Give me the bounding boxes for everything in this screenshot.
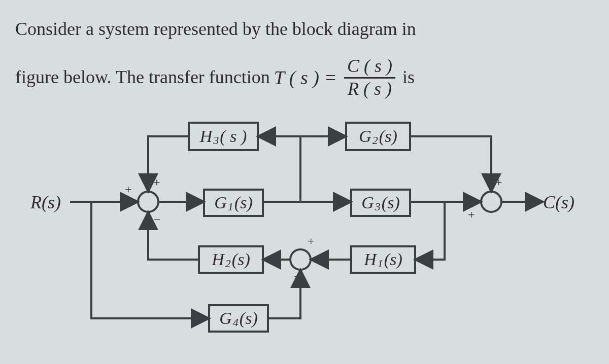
prompt-line-2-post: is (402, 63, 415, 92)
page: Consider a system represented by the blo… (0, 0, 609, 364)
equation-lhs: T ( s ) = (274, 63, 337, 93)
block-diagram: R(s) C(s) + + − + + + + H3( s ) G2(s) G1… (30, 117, 579, 350)
prompt-line-1: Consider a system represented by the blo… (15, 15, 594, 44)
fraction-numerator: C ( s ) (344, 57, 395, 76)
wires (30, 117, 579, 350)
prompt-line-2-pre: figure below. The transfer function (15, 63, 270, 92)
fraction: C ( s ) R ( s ) (344, 57, 395, 99)
fraction-denominator: R ( s ) (345, 80, 395, 99)
prompt-line-2: figure below. The transfer function T ( … (15, 57, 594, 99)
question-text: Consider a system represented by the blo… (15, 15, 594, 98)
